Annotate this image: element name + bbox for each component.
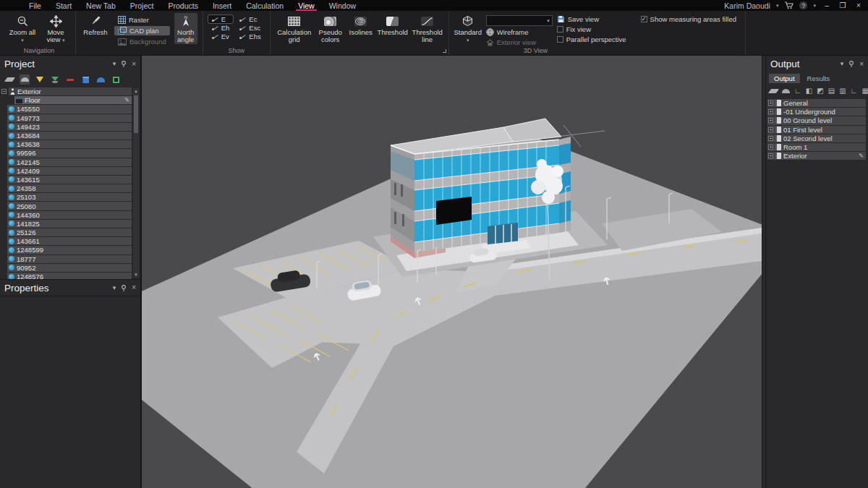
output-tree-item[interactable]: + 02 Second level ✎ xyxy=(767,134,866,142)
pin-icon[interactable] xyxy=(121,61,127,67)
floor-plan-2-icon[interactable]: ∟ xyxy=(851,87,858,95)
scene-3d-2-icon[interactable]: ◩ xyxy=(817,87,823,95)
menu-item[interactable]: View xyxy=(291,0,322,11)
roof-icon[interactable] xyxy=(95,74,106,85)
show-measuring-areas-checkbox[interactable]: Show measuring areas filled xyxy=(641,15,736,23)
tree-item-luminaire[interactable]: 18777 xyxy=(7,255,132,263)
exterior-view-button[interactable]: Exterior view xyxy=(486,38,553,46)
threshold-line-button[interactable]: Threshold line xyxy=(412,13,443,44)
illuminance-toggle[interactable]: Ev xyxy=(208,33,234,40)
menu-item[interactable]: Project xyxy=(123,0,161,11)
illuminance-toggle[interactable]: E xyxy=(208,15,234,23)
grid-icon[interactable]: ▦ xyxy=(861,87,868,95)
tree-item-luminaire[interactable]: 142145 xyxy=(7,158,132,166)
tree-item-luminaire[interactable]: 149773 xyxy=(7,114,132,122)
fix-view-checkbox[interactable]: Fix view xyxy=(557,25,626,33)
tree-item-luminaire[interactable]: 25103 xyxy=(7,193,132,201)
3d-viewport[interactable] xyxy=(142,56,762,488)
object-icon[interactable] xyxy=(80,74,90,85)
tree-item-luminaire[interactable]: 24358 xyxy=(7,184,132,192)
light-scene-icon[interactable] xyxy=(50,74,60,85)
minimize-button[interactable]: – xyxy=(822,1,832,9)
refresh-button[interactable]: Refresh xyxy=(81,13,110,36)
document-icon[interactable]: ▤ xyxy=(828,87,835,95)
menu-item[interactable]: Insert xyxy=(205,0,239,11)
panel-collapse-icon[interactable]: ▾ xyxy=(113,61,116,67)
expand-plus-icon[interactable]: + xyxy=(768,145,773,150)
tree-item-exterior[interactable]: Exterior xyxy=(9,87,132,95)
view-select-combo[interactable]: ▾ xyxy=(486,15,553,26)
export-icon[interactable] xyxy=(111,74,121,85)
edit-pencil-icon[interactable]: ✎ xyxy=(124,98,129,103)
output-tab[interactable]: Results xyxy=(802,74,835,83)
raster-button[interactable]: Raster xyxy=(114,15,170,25)
user-name[interactable]: Karim Daoudi xyxy=(724,1,770,10)
expand-plus-icon[interactable]: + xyxy=(768,127,773,132)
move-view-button[interactable]: Move view ▾ xyxy=(41,13,70,44)
save-view-button[interactable]: Save view xyxy=(557,15,626,23)
tree-item-luminaire[interactable]: 144360 xyxy=(7,211,132,219)
zoom-all-button[interactable]: Zoom all ▾ xyxy=(8,13,37,44)
project-tree-scrollbar[interactable]: ▲ ▼ xyxy=(133,88,139,278)
expand-plus-icon[interactable]: + xyxy=(768,109,773,114)
floor-plan-icon[interactable]: ∟ xyxy=(794,87,801,95)
pin-icon[interactable] xyxy=(121,285,127,291)
illuminance-toggle[interactable]: Ec xyxy=(236,15,264,23)
panel-collapse-icon[interactable]: ▾ xyxy=(113,285,116,291)
menu-item[interactable]: Products xyxy=(161,0,205,11)
north-angle-button[interactable]: N North angle xyxy=(174,13,197,44)
help-icon[interactable]: ? xyxy=(799,1,807,9)
tree-item-luminaire[interactable]: 99596 xyxy=(7,149,132,157)
collapse-expander-icon[interactable]: − xyxy=(1,89,7,94)
tree-item-luminaire[interactable]: 1248599 xyxy=(7,246,132,254)
pseudo-colors-button[interactable]: Pseudo colors xyxy=(318,13,344,44)
expand-plus-icon[interactable]: + xyxy=(768,118,773,123)
tree-item-luminaire[interactable]: 1248576 xyxy=(7,273,132,279)
site-icon[interactable] xyxy=(4,74,14,85)
measure-line-icon[interactable] xyxy=(65,74,75,85)
parallel-perspective-checkbox[interactable]: Parallel perspective xyxy=(557,35,626,43)
illuminance-toggle[interactable]: Esc xyxy=(236,24,264,32)
scene-3d-icon[interactable]: ◧ xyxy=(806,87,812,95)
menu-item[interactable]: Window xyxy=(322,0,363,11)
terrain-icon[interactable] xyxy=(20,74,30,85)
tree-item-luminaire[interactable]: 25126 xyxy=(7,228,132,236)
restore-button[interactable]: ❐ xyxy=(838,1,848,9)
output-tree-item[interactable]: + 00 Ground level ✎ xyxy=(767,116,866,124)
output-tree-item[interactable]: + General ✎ xyxy=(767,99,866,107)
illuminance-toggle[interactable]: Ehs xyxy=(236,33,264,40)
panel-close-icon[interactable]: × xyxy=(859,61,864,68)
standard-view-button[interactable]: Standard▾ xyxy=(454,13,482,44)
luminaire-icon[interactable] xyxy=(35,74,45,85)
group-expander-icon[interactable] xyxy=(443,49,446,53)
threshold-button[interactable]: Threshold xyxy=(378,13,407,36)
menu-item[interactable]: Start xyxy=(48,0,79,11)
tree-item-luminaire[interactable]: 143684 xyxy=(7,132,132,140)
iso-view2-icon[interactable] xyxy=(782,87,790,95)
close-button[interactable]: × xyxy=(854,1,864,9)
background-button[interactable]: Background xyxy=(114,37,170,46)
wireframe-button[interactable]: Wireframe xyxy=(486,28,553,36)
output-tree-item[interactable]: + 01 First level ✎ xyxy=(767,126,866,134)
tree-item-luminaire[interactable]: 90952 xyxy=(7,264,132,272)
output-tree-item[interactable]: + Exterior ✎ xyxy=(767,152,866,160)
pin-icon[interactable] xyxy=(848,61,854,67)
tree-item-luminaire[interactable]: 149423 xyxy=(7,123,132,131)
menu-item[interactable]: Calculation xyxy=(239,0,291,11)
cart-icon[interactable] xyxy=(784,1,793,9)
tree-item-luminaire[interactable]: 143615 xyxy=(7,176,132,184)
table-icon[interactable]: ▥ xyxy=(839,87,846,95)
edit-pencil-icon[interactable]: ✎ xyxy=(859,153,864,159)
panel-close-icon[interactable]: × xyxy=(132,284,136,291)
tree-item-luminaire[interactable]: 25080 xyxy=(7,202,132,210)
tree-item-luminaire[interactable]: 143638 xyxy=(7,140,132,148)
cad-plan-button[interactable]: CAD plan xyxy=(114,26,170,35)
panel-close-icon[interactable]: × xyxy=(132,61,136,68)
expand-plus-icon[interactable]: + xyxy=(768,136,773,141)
expand-plus-icon[interactable]: + xyxy=(768,153,773,158)
output-tree-item[interactable]: + -01 Underground ✎ xyxy=(767,108,866,116)
menu-item[interactable]: New Tab xyxy=(79,0,123,11)
tree-item-luminaire[interactable]: 142409 xyxy=(7,167,132,175)
tree-item-luminaire[interactable]: 143661 xyxy=(7,237,132,245)
expand-plus-icon[interactable]: + xyxy=(768,100,773,106)
